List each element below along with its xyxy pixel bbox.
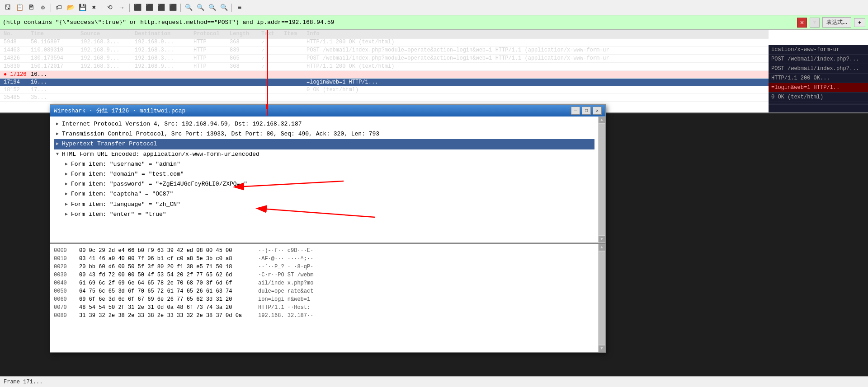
- tree-area[interactable]: ▶ Internet Protocol Version 4, Src: 192.…: [50, 117, 598, 243]
- cell-item: [282, 79, 305, 85]
- hex-offset: 0070: [54, 303, 72, 312]
- col-time: Time: [29, 31, 79, 37]
- tree-scrollbar[interactable]: ▲ ▼: [598, 117, 605, 243]
- tree-item-language[interactable]: ▶ Form item: "language" = "zh_CN": [54, 200, 594, 210]
- toolbar-icon-1[interactable]: 🖫: [3, 3, 13, 13]
- toolbar-icon-11[interactable]: ⬛: [156, 3, 166, 13]
- hex-scrollbar[interactable]: ▲ ▼: [598, 244, 605, 352]
- right-panel-row: ication/x-www-form-ur: [769, 45, 868, 55]
- table-row[interactable]: 17194 16... =login&web=1 HTTP/1...: [0, 79, 769, 86]
- dialog-close-button[interactable]: ✕: [593, 107, 602, 115]
- tree-toggle-language[interactable]: ▶: [63, 201, 70, 208]
- hex-ascii: ·AF·@··· ····^;··: [258, 255, 313, 263]
- tree-item-enter[interactable]: ▶ Form item: "enter" = "true": [54, 210, 594, 219]
- cell-text: ✓: [259, 39, 282, 46]
- scroll-down-button[interactable]: ▼: [599, 236, 605, 242]
- hex-offset: 0060: [54, 295, 72, 303]
- cell-src: 192.168.3...: [79, 63, 133, 70]
- tree-item-password[interactable]: ▶ Form item: "password" = "+ZgE14UGcFcyR…: [54, 179, 594, 189]
- tree-toggle-domain[interactable]: ▶: [63, 171, 70, 177]
- tree-item-ip-label: Internet Protocol Version 4, Src: 192.16…: [62, 120, 594, 128]
- cell-no: 17194: [2, 79, 29, 85]
- dialog-tree-section: ▶ Internet Protocol Version 4, Src: 192.…: [50, 117, 605, 243]
- hex-offset: 0030: [54, 271, 72, 279]
- toolbar-icon-4[interactable]: ⚙: [38, 3, 48, 13]
- tree-toggle-enter[interactable]: ▶: [63, 211, 70, 218]
- tree-toggle-captcha[interactable]: ▶: [63, 191, 70, 197]
- table-row[interactable]: 14463 110.089310 192.168.9... 192.168.3.…: [0, 47, 769, 55]
- table-row[interactable]: 18152 17... 0 OK (text/html): [0, 86, 769, 94]
- table-row[interactable]: ● 17126 16...: [0, 71, 769, 79]
- tree-toggle-ip[interactable]: ▶: [54, 121, 61, 127]
- cell-no: 35485: [2, 94, 29, 101]
- expression-button[interactable]: 表达式...: [822, 17, 851, 28]
- cell-proto: [192, 79, 228, 85]
- cell-info: 0 OK (text/html): [305, 87, 767, 93]
- hex-scroll-up-button[interactable]: ▲: [599, 244, 605, 251]
- table-row[interactable]: 14826 130.173594 192.168.9... 192.168.3.…: [0, 55, 769, 63]
- cell-len: 865: [228, 55, 259, 62]
- hex-offset: 0050: [54, 287, 72, 295]
- cell-proto: HTTP: [192, 39, 228, 46]
- tree-item-ip[interactable]: ▶ Internet Protocol Version 4, Src: 192.…: [54, 119, 594, 129]
- toolbar-icon-fwd[interactable]: →: [117, 3, 127, 13]
- toolbar-icon-7[interactable]: 💾: [77, 3, 87, 13]
- cell-dst: 192.168.9...: [133, 63, 192, 70]
- dialog-minimize-button[interactable]: —: [571, 107, 580, 115]
- tree-item-username[interactable]: ▶ Form item: "username" = "admin": [54, 159, 594, 169]
- cell-len: 368: [228, 39, 259, 46]
- hex-row: 0080 31 39 32 2e 38 2e 33 38 2e 33 33 32…: [54, 312, 594, 320]
- toolbar-icon-9[interactable]: ⬛: [132, 3, 142, 13]
- hex-bytes: 20 bb 60 d6 00 50 5f 3f 80 20 f1 38 e5 7…: [79, 263, 251, 271]
- cell-src: [79, 87, 133, 93]
- toolbar-icon-12[interactable]: ⬛: [168, 3, 178, 13]
- add-filter-button[interactable]: +: [854, 18, 865, 27]
- toolbar-icon-3[interactable]: 🖹: [26, 3, 36, 13]
- cell-src: [79, 94, 133, 101]
- toolbar-icon-layout[interactable]: ≡: [235, 3, 245, 13]
- tree-item-captcha[interactable]: ▶ Form item: "captcha" = "OC87": [54, 189, 594, 199]
- toolbar-icon-2[interactable]: 📋: [14, 3, 24, 13]
- cell-text: ✓: [259, 47, 282, 54]
- tree-item-http[interactable]: ▶ Hypertext Transfer Protocol: [54, 139, 594, 149]
- hex-ascii: ··`··P_? · ·8·qP·: [258, 263, 313, 271]
- scroll-up-button[interactable]: ▲: [599, 117, 605, 123]
- filter-clear-button[interactable]: ✕: [797, 18, 807, 28]
- tree-toggle-tcp[interactable]: ▶: [54, 131, 61, 137]
- tree-item-tcp[interactable]: ▶ Transmission Control Protocol, Src Por…: [54, 129, 594, 139]
- tree-toggle-form[interactable]: ▼: [54, 151, 61, 158]
- cell-proto: HTTP: [192, 47, 228, 54]
- cell-proto: HTTP: [192, 63, 228, 70]
- cell-item: [282, 47, 305, 54]
- toolbar-icon-zoom-in[interactable]: 🔍: [195, 3, 205, 13]
- hex-offset: 0080: [54, 312, 72, 320]
- toolbar-icon-zoom-out[interactable]: 🔍: [207, 3, 217, 13]
- tree-item-form[interactable]: ▼ HTML Form URL Encoded: application/x-w…: [54, 149, 594, 159]
- tree-toggle-password[interactable]: ▶: [63, 181, 70, 187]
- table-row[interactable]: 35485 35...: [0, 94, 769, 102]
- toolbar-icon-8[interactable]: ✖: [89, 3, 99, 13]
- filter-input[interactable]: [3, 19, 794, 26]
- toolbar-icon-6[interactable]: 📂: [66, 3, 75, 13]
- tree-toggle-http[interactable]: ▶: [54, 141, 61, 147]
- toolbar-sep-4: [180, 4, 181, 12]
- cell-item: [282, 71, 305, 78]
- cell-info: [305, 71, 767, 78]
- table-row[interactable]: 5948 50.116897 192.168.3... 192.168.9...…: [0, 38, 769, 47]
- filter-dropdown-button[interactable]: ▼: [810, 18, 820, 28]
- hex-ascii: dule=ope rate&act: [258, 287, 313, 295]
- tree-toggle-username[interactable]: ▶: [63, 161, 70, 168]
- dialog-maximize-button[interactable]: □: [582, 107, 591, 115]
- toolbar-icon-10[interactable]: ⬛: [144, 3, 154, 13]
- toolbar-icon-back[interactable]: ⟲: [105, 3, 115, 13]
- table-row[interactable]: 15830 150.172017 192.168.3... 192.168.9.…: [0, 63, 769, 71]
- tree-item-domain[interactable]: ▶ Form item: "domain" = "test.com": [54, 169, 594, 179]
- hex-scroll-down-button[interactable]: ▼: [599, 345, 605, 352]
- filter-bar: ✕ ▼ 表达式... +: [0, 15, 868, 30]
- toolbar-icon-search[interactable]: 🔍: [184, 3, 193, 13]
- cell-len: [228, 71, 259, 78]
- right-panel-row: POST /webmail/index.php?...: [769, 64, 868, 74]
- toolbar-icon-5[interactable]: 🏷: [54, 3, 64, 13]
- cell-dst: 192.168.9...: [133, 39, 192, 46]
- toolbar-icon-zoom-fit[interactable]: 🔍: [219, 3, 229, 13]
